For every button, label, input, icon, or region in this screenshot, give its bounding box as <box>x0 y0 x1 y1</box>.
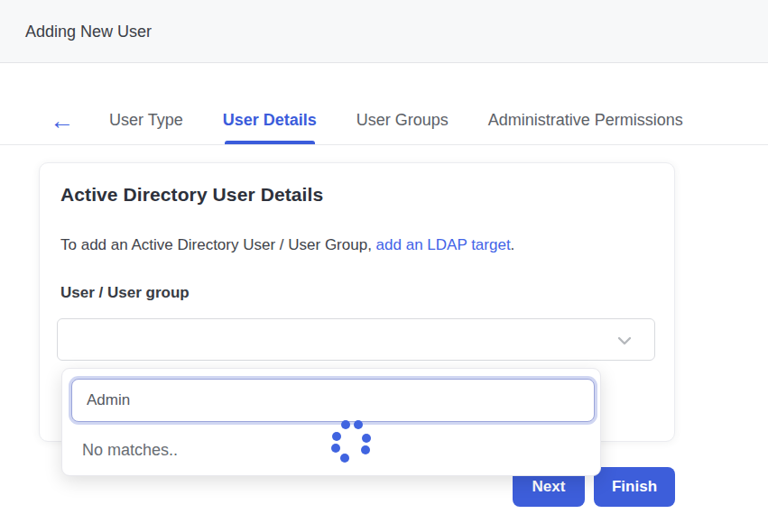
tab-user-details[interactable]: User Details <box>223 96 317 144</box>
card-description-text: To add an Active Directory User / User G… <box>60 236 376 253</box>
tab-user-groups[interactable]: User Groups <box>356 96 449 144</box>
tab-administrative-permissions[interactable]: Administrative Permissions <box>488 96 683 144</box>
wizard-tabs-row: ← User Type User Details User Groups Adm… <box>0 63 768 145</box>
add-ldap-target-link[interactable]: add an LDAP target <box>376 236 511 253</box>
page-title: Adding New User <box>25 0 152 63</box>
user-group-search-input[interactable] <box>71 379 595 422</box>
wizard-tabs: User Type User Details User Groups Admin… <box>109 96 683 144</box>
user-group-select[interactable] <box>57 318 655 361</box>
card-description-period: . <box>511 236 515 253</box>
back-arrow-icon[interactable]: ← <box>50 108 74 133</box>
loading-spinner-icon <box>329 419 373 463</box>
tab-user-type[interactable]: User Type <box>109 96 183 144</box>
user-group-dropdown-panel: No matches.. <box>61 368 601 476</box>
no-matches-text: No matches.. <box>82 441 178 460</box>
card-title: Active Directory User Details <box>60 184 323 206</box>
adding-new-user-page: Adding New User ← User Type User Details… <box>0 0 768 532</box>
user-group-field-label: User / User group <box>60 284 190 302</box>
chevron-down-icon <box>616 333 633 349</box>
finish-button[interactable]: Finish <box>594 467 675 507</box>
page-header: Adding New User <box>0 0 768 63</box>
card-description: To add an Active Directory User / User G… <box>60 236 514 254</box>
